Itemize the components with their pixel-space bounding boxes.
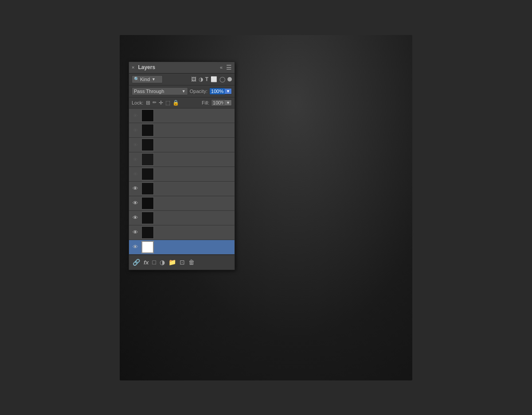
new-group-button[interactable]: 📁 xyxy=(168,259,176,266)
layer-visibility-toggle[interactable]: 👁 xyxy=(131,244,140,250)
transparency-lock-icon[interactable]: ⊞ xyxy=(146,100,150,106)
layers-list: 👁👁👁👁👁👁👁👁👁👁 xyxy=(129,109,235,255)
lock-row: Lock: ⊞ ✏ ✛ ⬚ 🔒 Fill: ▼ xyxy=(129,97,235,109)
canvas-area: × Layers « ☰ 🔍 Kind ▼ 🖼 ◑ T ⬜ ◯ xyxy=(120,35,412,380)
shape-filter-icon[interactable]: ⬜ xyxy=(211,76,217,82)
fill-section: Fill: ▼ xyxy=(202,99,232,106)
panel-titlebar: × Layers « ☰ xyxy=(129,62,235,74)
layer-visibility-toggle[interactable]: 👁 xyxy=(131,128,140,133)
image-filter-icon[interactable]: 🖼 xyxy=(191,76,196,82)
layer-row[interactable]: 👁 xyxy=(129,211,235,225)
layer-row[interactable]: 👁 xyxy=(129,167,235,182)
link-layers-button[interactable]: 🔗 xyxy=(133,259,140,266)
layers-panel: × Layers « ☰ 🔍 Kind ▼ 🖼 ◑ T ⬜ ◯ xyxy=(129,62,235,270)
opacity-label: Opacity: xyxy=(190,89,207,94)
lock-icons: ⊞ ✏ ✛ ⬚ 🔒 xyxy=(146,100,179,106)
filter-kind-label: Kind xyxy=(140,77,150,82)
layer-row[interactable]: 👁 xyxy=(129,240,235,255)
layer-row[interactable]: 👁 xyxy=(129,109,235,123)
blend-row: Pass Through ▼ Opacity: ▼ xyxy=(129,85,235,97)
fill-control[interactable]: ▼ xyxy=(211,99,232,106)
text-filter-icon[interactable]: T xyxy=(205,76,208,82)
layer-visibility-toggle[interactable]: 👁 xyxy=(131,229,140,236)
layer-thumbnail xyxy=(141,182,154,195)
layer-visibility-toggle[interactable]: 👁 xyxy=(131,200,140,206)
add-mask-button[interactable]: □ xyxy=(153,259,156,266)
add-adjustment-button[interactable]: ◑ xyxy=(160,259,165,266)
search-icon: 🔍 xyxy=(134,77,139,81)
paint-lock-icon[interactable]: ✏ xyxy=(153,100,156,105)
opacity-dropdown-arrow[interactable]: ▼ xyxy=(225,89,231,94)
layer-thumbnail xyxy=(141,139,154,151)
filter-row: 🔍 Kind ▼ 🖼 ◑ T ⬜ ◯ xyxy=(129,74,235,85)
fill-dropdown-arrow[interactable]: ▼ xyxy=(225,100,231,105)
layer-thumbnail xyxy=(141,168,154,180)
layer-thumbnail xyxy=(141,109,154,122)
fill-input[interactable] xyxy=(211,100,225,106)
close-button[interactable]: × xyxy=(132,65,134,70)
layer-thumbnail xyxy=(141,212,154,224)
layer-thumbnail xyxy=(141,153,154,166)
opacity-input[interactable] xyxy=(210,88,225,94)
opacity-control[interactable]: ▼ xyxy=(209,88,232,95)
position-lock-icon[interactable]: 🔒 xyxy=(172,100,179,106)
layer-thumbnail xyxy=(141,241,154,253)
layer-thumbnail xyxy=(141,197,154,209)
dot-filter-icon[interactable] xyxy=(227,77,232,81)
blend-mode-select[interactable]: Pass Through ▼ xyxy=(132,87,188,95)
adjustment-filter-icon[interactable]: ◑ xyxy=(199,76,203,82)
layer-visibility-toggle[interactable]: 👁 xyxy=(131,171,140,177)
layer-visibility-toggle[interactable]: 👁 xyxy=(131,214,140,221)
panel-footer: 🔗 fx □ ◑ 📁 ⊡ 🗑 xyxy=(129,255,235,270)
layer-visibility-toggle[interactable]: 👁 xyxy=(131,157,140,162)
new-layer-button[interactable]: ⊡ xyxy=(180,259,185,266)
layer-row[interactable]: 👁 xyxy=(129,196,235,211)
filter-kind-select[interactable]: 🔍 Kind ▼ xyxy=(132,75,163,83)
collapse-button[interactable]: « xyxy=(220,65,223,70)
blend-mode-label: Pass Through xyxy=(134,89,164,94)
smart-filter-icon[interactable]: ◯ xyxy=(219,76,225,82)
layer-thumbnail xyxy=(141,226,154,239)
layer-row[interactable]: 👁 xyxy=(129,152,235,167)
layer-row[interactable]: 👁 xyxy=(129,123,235,138)
blend-dropdown-arrow: ▼ xyxy=(182,89,186,93)
add-layer-style-button[interactable]: fx xyxy=(144,259,149,266)
layer-row[interactable]: 👁 xyxy=(129,225,235,240)
move-lock-icon[interactable]: ✛ xyxy=(159,100,163,106)
layer-row[interactable]: 👁 xyxy=(129,182,235,196)
delete-layer-button[interactable]: 🗑 xyxy=(188,259,195,266)
layer-visibility-toggle[interactable]: 👁 xyxy=(131,142,140,147)
panel-title: Layers xyxy=(138,64,155,70)
panel-menu-button[interactable]: ☰ xyxy=(226,64,232,71)
artboard-lock-icon[interactable]: ⬚ xyxy=(165,100,170,106)
layer-visibility-toggle[interactable]: 👁 xyxy=(131,185,140,192)
filter-dropdown-arrow: ▼ xyxy=(152,77,156,81)
layer-row[interactable]: 👁 xyxy=(129,138,235,152)
layer-thumbnail xyxy=(141,124,154,136)
lock-label: Lock: xyxy=(132,100,143,105)
filter-icons: 🖼 ◑ T ⬜ ◯ xyxy=(191,76,232,82)
fill-label: Fill: xyxy=(202,100,209,105)
layer-visibility-toggle[interactable]: 👁 xyxy=(131,113,140,118)
